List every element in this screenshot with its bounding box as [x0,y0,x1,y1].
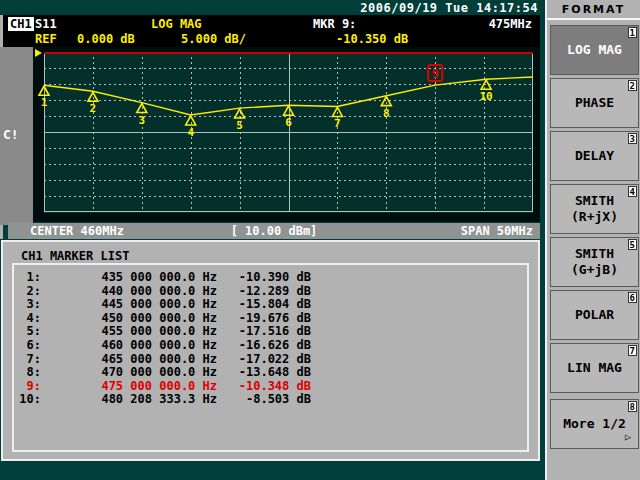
marker-list-title: CH1 MARKER LIST [21,249,129,263]
svg-text:10: 10 [480,90,493,103]
softkey-number-badge: 3 [628,133,637,144]
softkey-number-badge: 1 [628,27,637,38]
trace-plot: 12345678910 [44,52,533,213]
trace-graph: 12345678910 [33,47,540,222]
marker-row: 4:450 000 000.0 Hz-19.676 dB [7,312,311,326]
status-strip: C! [0,47,33,225]
marker-row: 6:460 000 000.0 Hz-16.626 dB [7,339,311,353]
softkey-number-badge: 8 [628,401,637,412]
softkey-menu: FORMAT 1LOG MAG 2PHASE 3DELAY 4SMITH (R+… [545,0,640,480]
channel-label: CH1 [8,17,34,31]
softkey-list: 1LOG MAG 2PHASE 3DELAY 4SMITH (R+jX) 5SM… [550,25,639,452]
softkey-lin-mag[interactable]: 7LIN MAG [550,343,639,393]
softkey-number-badge: 7 [628,345,637,356]
softkey-number-badge: 2 [628,80,637,91]
softkey-number-badge: 5 [628,239,637,250]
ref-label: REF [35,32,57,46]
format-label: LOG MAG [151,17,202,31]
more-arrow-icon: ▷ [625,429,631,445]
svg-text:5: 5 [236,119,243,132]
softkey-number-badge: 6 [628,292,637,303]
marker-row: 8:470 000 000.0 Hz-13.648 dB [7,366,311,380]
marker-row: 5:455 000 000.0 Hz-17.516 dB [7,325,311,339]
trace-header-bar: CH1 S11 LOG MAG MKR 9: 475MHz REF 0.000 … [3,15,540,47]
svg-text:4: 4 [187,126,194,139]
svg-text:3: 3 [138,114,145,127]
svg-text:8: 8 [383,107,390,120]
graticule: 12345678910 [44,52,533,213]
correction-status-label: C! [3,127,19,142]
svg-text:6: 6 [285,116,292,129]
scale-per-div-value: 5.000 dB/ [181,32,246,46]
softkey-phase[interactable]: 2PHASE [550,78,639,128]
marker-row-active: 9:475 000 000.0 Hz-10.348 dB [7,380,311,394]
marker-row: 10:480 208 333.3 Hz-8.503 dB [7,393,311,407]
softkey-smith-gjb[interactable]: 5SMITH (G+jB) [550,237,639,287]
softkey-log-mag[interactable]: 1LOG MAG [550,25,639,75]
marker-list-rows: 1:435 000 000.0 Hz-10.390 dB 2:440 000 0… [7,271,311,407]
softkey-delay[interactable]: 3DELAY [550,131,639,181]
svg-text:9: 9 [432,67,439,81]
analyzer-screen: 2006/09/19 Tue 14:17:54 CH1 S11 LOG MAG … [0,0,640,480]
span-label: SPAN 50MHz [461,224,533,238]
softkey-number-badge: 4 [628,186,637,197]
measurement-label: S11 [35,17,57,31]
datetime-display: 2006/09/19 Tue 14:17:54 [360,1,538,15]
marker-list-panel: CH1 MARKER LIST 1:435 000 000.0 Hz-10.39… [1,240,540,461]
softkey-menu-title: FORMAT [547,0,640,20]
marker-row: 1:435 000 000.0 Hz-10.390 dB [7,271,311,285]
softkey-smith-rjx[interactable]: 4SMITH (R+jX) [550,184,639,234]
ref-value: 0.000 dB [77,32,135,46]
svg-text:7: 7 [334,117,341,130]
marker-frequency-readout: 475MHz [489,17,532,31]
marker-amplitude-readout: -10.350 dB [336,32,408,46]
svg-text:2: 2 [90,102,97,115]
svg-text:1: 1 [41,96,48,109]
marker-number-label: MKR 9: [313,17,356,31]
marker-row: 2:440 000 000.0 Hz-12.289 dB [7,285,311,299]
power-level-label: [ 10.00 dBm] [231,224,318,238]
marker-row: 3:445 000 000.0 Hz-15.804 dB [7,298,311,312]
softkey-more[interactable]: 8More 1/2▷ [550,399,639,449]
marker-row: 7:465 000 000.0 Hz-17.022 dB [7,353,311,367]
softkey-polar[interactable]: 6POLAR [550,290,639,340]
reference-position-arrow-icon [35,49,42,57]
stimulus-bar: CENTER 460MHz [ 10.00 dBm] SPAN 50MHz [8,223,540,239]
center-frequency-label: CENTER 460MHz [30,224,124,238]
